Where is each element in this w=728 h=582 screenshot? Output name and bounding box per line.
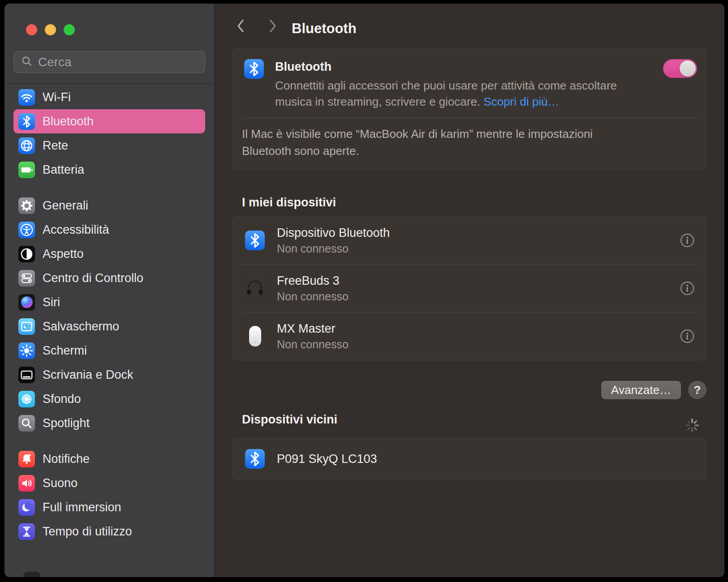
advanced-button[interactable]: Avanzate… [601,381,681,399]
bluetooth-pane: Bluetooth Bluetooth Connettiti agli acce… [215,4,724,577]
battery-icon [18,162,35,178]
page-title: Bluetooth [292,21,357,37]
info-icon [677,293,697,300]
desktop-dock-icon [18,367,35,383]
sidebar-item-label: Wi-Fi [43,90,71,104]
sidebar-item-label: Notifiche [43,452,90,466]
window-controls [26,24,75,35]
gear-icon [18,197,35,214]
info-icon [677,341,697,347]
device-status: Non connesso [277,242,390,255]
sidebar-item-full-immersion[interactable]: Full immersion [13,495,205,519]
moon-icon [18,499,35,516]
sidebar-item-salvaschermo[interactable]: Salvaschermo [13,314,205,338]
sidebar-item-suono[interactable]: Suono [13,471,205,495]
search-icon [20,55,34,70]
sidebar-item-scrivania-e-dock[interactable]: Scrivania e Dock [13,363,205,387]
bluetooth-badge-icon [244,231,266,250]
device-name: MX Master [277,322,349,336]
my-devices-card: Dispositivo Bluetooth Non connesso FreeB… [233,216,706,360]
description-text: Connettiti agli accessori che puoi usare… [275,79,617,108]
bluetooth-app-icon [244,59,264,79]
magnifier-icon [18,415,35,432]
sidebar-item-label: Accessibilità [43,223,109,237]
bluetooth-toggle[interactable] [663,59,697,78]
sidebar-item-label: Tempo di utilizzo [43,525,132,539]
sidebar-item-label: Scrivania e Dock [43,368,134,382]
forward-button[interactable] [265,18,280,34]
sidebar-item-label: Salvaschermo [43,320,119,334]
wallpaper-rosette-icon [18,391,35,407]
sidebar-item-schermi[interactable]: Schermi [13,338,205,363]
control-center-icon [18,270,35,287]
network-globe-icon [18,137,35,154]
sidebar-item-label: Schermi [43,344,87,358]
device-name: FreeBuds 3 [277,274,349,288]
device-status: Non connesso [277,338,349,351]
info-button[interactable] [677,326,697,346]
device-row-mx-master[interactable]: MX Master Non connesso [233,312,706,360]
search-field[interactable] [13,51,205,73]
sidebar-item-spotlight[interactable]: Spotlight [13,411,205,435]
sidebar-item-label: Batteria [43,163,84,177]
info-icon [677,245,697,252]
sidebar-item-label: Full immersion [43,501,121,514]
sidebar-item-bluetooth[interactable]: Bluetooth [13,109,205,133]
wifi-icon [18,89,35,106]
sidebar-item-partial [23,572,40,577]
visibility-note: Il Mac è visibile come “MacBook Air di k… [233,118,654,169]
headphones-icon [244,278,266,299]
displays-sun-icon [18,342,35,359]
bluetooth-icon [18,113,35,130]
sidebar-item-label: Centro di Controllo [43,271,143,285]
sidebar-divider [4,83,214,84]
bluetooth-card-title: Bluetooth [275,60,620,74]
device-name: P091 SkyQ LC103 [277,452,377,466]
sidebar-item-notifiche[interactable]: Notifiche [13,447,205,471]
screen-saver-icon [18,318,35,335]
sidebar-nav: Wi-Fi Bluetooth Rete Batteria [4,85,214,543]
device-row-dispositivo-bluetooth[interactable]: Dispositivo Bluetooth Non connesso [233,217,706,264]
appearance-contrast-icon [18,246,35,262]
sidebar-item-accessibilita[interactable]: Accessibilità [13,218,205,242]
device-status: Non connesso [277,290,349,303]
accessibility-icon [18,222,35,238]
search-input[interactable] [38,55,198,69]
sidebar-item-rete[interactable]: Rete [13,133,205,158]
sidebar-item-aspetto[interactable]: Aspetto [13,242,205,266]
sidebar-item-siri[interactable]: Siri [13,290,205,314]
sidebar-item-generali[interactable]: Generali [13,193,205,218]
close-button[interactable] [26,24,37,35]
scanning-spinner-icon [684,417,700,435]
bluetooth-badge-icon [244,449,266,469]
info-button[interactable] [677,231,697,250]
hourglass-icon [18,523,35,540]
sidebar-item-label: Siri [43,295,60,309]
chevron-right-icon [265,29,280,35]
sidebar-item-label: Suono [43,476,78,490]
learn-more-link[interactable]: Scopri di più… [483,95,559,108]
mouse-icon [244,326,266,347]
sidebar-item-wifi[interactable]: Wi-Fi [13,85,205,109]
zoom-button[interactable] [64,24,75,35]
device-row-p091-skyq-lc103[interactable]: P091 SkyQ LC103 [233,438,706,479]
sidebar-item-label: Spotlight [43,416,90,430]
bluetooth-description: Connettiti agli accessori che puoi usare… [275,77,620,110]
nearby-devices-card: P091 SkyQ LC103 [233,438,706,480]
sidebar-item-batteria[interactable]: Batteria [13,158,205,182]
sidebar-item-tempo-di-utilizzo[interactable]: Tempo di utilizzo [13,519,205,543]
help-button[interactable]: ? [688,381,706,399]
back-button[interactable] [233,18,249,34]
nearby-section-header: Dispositivi vicini [233,413,706,431]
device-row-freebuds-3[interactable]: FreeBuds 3 Non connesso [233,265,706,312]
minimize-button[interactable] [45,24,56,35]
info-button[interactable] [677,278,697,298]
device-name: Dispositivo Bluetooth [277,226,390,240]
sidebar-item-sfondo[interactable]: Sfondo [13,387,205,411]
siri-orb-icon [18,294,35,311]
my-devices-section-title: I miei dispositivi [242,196,706,210]
sidebar-item-label: Rete [43,139,68,153]
sidebar-item-centro-di-controllo[interactable]: Centro di Controllo [13,266,205,290]
speaker-icon [18,475,35,492]
sidebar-item-label: Aspetto [43,247,84,261]
